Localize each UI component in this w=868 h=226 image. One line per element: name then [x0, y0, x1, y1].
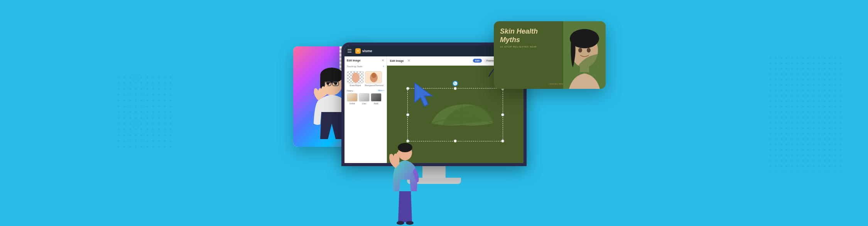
- tools-grid: Erase Bkgnd Backgro: [347, 71, 384, 87]
- skin-card-text: Skin Health Myths 10 STOP BELIEVING NOW …: [494, 21, 563, 89]
- skin-card-photo: [563, 21, 606, 89]
- handle-bottom-mid[interactable]: [454, 139, 457, 143]
- filter-lilac[interactable]: Lilac: [359, 93, 370, 105]
- filter-unfltrd[interactable]: Unfltrd: [347, 93, 358, 105]
- skin-health-title: Skin Health Myths: [500, 27, 557, 44]
- dot-pattern-right: [768, 55, 845, 171]
- character-figure: [386, 141, 424, 226]
- filters-grid: Unfltrd Lilac B&W: [347, 93, 384, 105]
- visme-left-panel: Edit Image ✕ Touch-up Tools ∧: [344, 56, 387, 163]
- more-button[interactable]: More >: [378, 89, 384, 92]
- handle-top-mid[interactable]: [454, 87, 457, 90]
- skin-card-content: Skin Health Myths 10 STOP BELIEVING NOW …: [494, 21, 606, 89]
- svg-rect-3: [768, 55, 845, 171]
- big-cursor-arrow: [413, 81, 440, 108]
- handle-top-left[interactable]: [406, 87, 409, 90]
- touch-up-label: Touch-up Tools: [347, 65, 362, 68]
- skin-health-card: Skin Health Myths 10 STOP BELIEVING NOW …: [494, 21, 606, 89]
- svg-marker-25: [415, 83, 432, 106]
- edit-bar-title: Edit Image: [390, 59, 404, 62]
- svg-point-31: [578, 48, 582, 53]
- handle-mid-right[interactable]: [501, 113, 504, 116]
- close-icon[interactable]: ✕: [382, 59, 384, 62]
- filter-bw[interactable]: B&W: [371, 93, 382, 105]
- svg-point-17: [352, 73, 360, 83]
- svg-rect-1: [116, 75, 174, 152]
- svg-point-20: [372, 73, 376, 78]
- visme-logo: V visme: [355, 48, 372, 54]
- svg-point-23: [397, 221, 404, 225]
- svg-point-22: [398, 143, 412, 152]
- hamburger-icon: [348, 49, 351, 53]
- dot-pattern-left: [116, 75, 174, 152]
- skin-health-subtitle: 10 STOP BELIEVING NOW: [500, 46, 557, 48]
- handle-mid-left[interactable]: [406, 113, 409, 116]
- visme-logo-icon: V: [355, 48, 361, 54]
- touch-up-chevron[interactable]: ∧: [383, 65, 384, 67]
- svg-point-32: [587, 48, 591, 53]
- monitor-stand-neck: [422, 166, 446, 178]
- handle-bottom-right[interactable]: [501, 139, 504, 143]
- filters-label: Filters: [347, 90, 353, 92]
- tool-thumb-bg-remove[interactable]: Background Removal: [365, 71, 383, 87]
- touch-up-tools-section: Touch-up Tools ∧: [347, 64, 384, 69]
- tab-edit[interactable]: Edit: [473, 59, 482, 63]
- rotate-handle[interactable]: ↻: [453, 81, 458, 86]
- tool-thumb-erase-bg[interactable]: Erase Bkgnd: [347, 71, 364, 87]
- svg-point-24: [406, 221, 414, 225]
- edit-image-title: Edit Image ✕: [347, 59, 384, 62]
- skin-card-logo: Luminary Wire: [548, 83, 563, 85]
- edit-bar-close-icon[interactable]: ✕: [407, 59, 410, 63]
- filters-section: Filters More > Unfltrd Lilac: [347, 88, 384, 105]
